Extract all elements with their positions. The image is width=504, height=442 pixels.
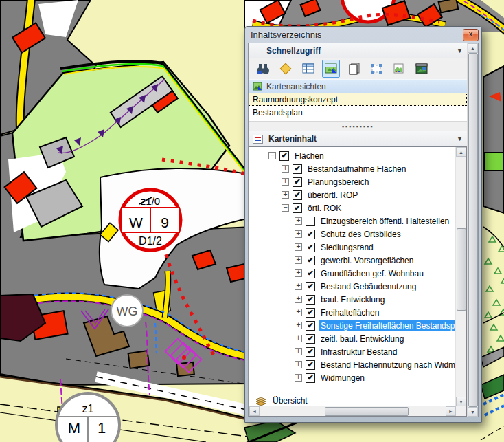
diamond-query-icon[interactable]	[277, 60, 295, 78]
splitter-handle[interactable]: ▪▪▪▪▪▪▪▪▪	[249, 122, 467, 131]
layer-checkbox[interactable]: ✔	[306, 282, 315, 291]
map-views-header[interactable]: Kartenansichten	[249, 79, 467, 93]
tree-item-label[interactable]: Widmungen	[319, 373, 367, 384]
layer-checkbox[interactable]	[306, 217, 315, 226]
tree-row[interactable]: +✔Bestand Flächennutzung nach Widmu	[249, 358, 456, 371]
layer-checkbox[interactable]: ✔	[306, 295, 315, 305]
tree-row[interactable]: +✔zeitl. baul. Entwicklung	[249, 332, 456, 345]
expand-plus-icon[interactable]: +	[295, 335, 302, 342]
legend-page-icon[interactable]	[345, 60, 363, 78]
expand-plus-icon[interactable]: +	[295, 296, 302, 303]
tree-item-label[interactable]: baul. Entwicklung	[319, 294, 387, 305]
expand-plus-icon[interactable]: +	[282, 178, 289, 186]
tree-item-label[interactable]: Einzugsbereich öffentl. Haltestellen	[319, 216, 451, 227]
tree-row[interactable]: +✔Bestand Gebäudenutzung	[249, 280, 456, 293]
scroll-up-arrow-icon[interactable]: ▲	[468, 43, 478, 53]
close-button[interactable]: x	[463, 29, 479, 41]
tree-item-label[interactable]: zeitl. baul. Entwicklung	[319, 333, 406, 344]
tree-row[interactable]: +Einzugsbereich öffentl. Haltestellen	[249, 214, 456, 228]
expand-plus-icon[interactable]: +	[295, 361, 302, 368]
tree-item-label[interactable]: Planungsbereich	[306, 177, 371, 188]
scroll-down-arrow-icon[interactable]: ▼	[456, 397, 466, 406]
layer-checkbox[interactable]: ✔	[306, 269, 315, 278]
layer-checkbox[interactable]: ✔	[293, 164, 302, 174]
fit-polygon-icon[interactable]	[367, 60, 385, 78]
layer-checkbox[interactable]: ✔	[293, 190, 302, 200]
layer-checkbox[interactable]: ✔	[306, 230, 315, 239]
vertical-scroll-thumb[interactable]	[457, 228, 466, 311]
map-views-icon[interactable]	[322, 60, 340, 78]
tree-row[interactable]: +✔Grundflächen gef. Wohnbau	[249, 267, 456, 280]
expand-plus-icon[interactable]: +	[295, 374, 302, 382]
expand-plus-icon[interactable]: +	[295, 256, 302, 264]
tree-item-label[interactable]: Flächen	[293, 151, 326, 162]
panel-titlebar[interactable]: Inhaltsverzeichnis x	[245, 27, 481, 43]
thumbnail-image-icon[interactable]	[390, 60, 408, 78]
map-window-icon[interactable]	[413, 60, 431, 78]
expand-plus-icon[interactable]: +	[282, 165, 289, 173]
expand-plus-icon[interactable]: +	[295, 322, 302, 329]
layer-checkbox[interactable]: ✔	[306, 334, 315, 344]
tree-item-label[interactable]: Bestand Flächennutzung nach Widmu	[319, 360, 456, 371]
tree-row[interactable]: +✔überörtl. ROP	[249, 188, 456, 201]
collapse-minus-icon[interactable]: −	[282, 204, 289, 212]
tree-row[interactable]: −✔Flächen	[249, 149, 456, 162]
tree-vertical-scrollbar[interactable]: ▲ ▼	[455, 147, 466, 406]
layer-checkbox[interactable]: ✔	[293, 177, 302, 187]
tree-item-label[interactable]: Bestand Gebäudenutzung	[319, 281, 418, 292]
tree-row[interactable]: +✔gewerbl. Vorsorgeflächen	[249, 254, 456, 267]
tree-row[interactable]: +✔Bestandaufnahme Flächen	[249, 162, 456, 175]
horizontal-scroll-thumb[interactable]	[325, 407, 409, 416]
layer-checkbox[interactable]: ✔	[306, 256, 315, 265]
layer-checkbox[interactable]: ✔	[306, 308, 315, 318]
tree-item-label[interactable]: Bestandaufnahme Flächen	[306, 164, 408, 175]
map-view-item[interactable]: Bestandsplan	[249, 106, 467, 119]
map-view-item[interactable]: Raumordnungskonzept	[249, 93, 467, 106]
tree-item-label[interactable]: Siedlungsrand	[319, 242, 376, 253]
map-content-header[interactable]: Karteninhalt ▼	[249, 131, 467, 146]
layer-checkbox[interactable]: ✔	[279, 151, 289, 161]
layer-checkbox[interactable]: ✔	[306, 347, 315, 357]
scroll-down-arrow-icon[interactable]: ▼	[468, 407, 478, 417]
expand-plus-icon[interactable]: +	[295, 283, 302, 290]
tree-row[interactable]: +✔Sonstige Freihalteflächen Bestandspla	[249, 319, 456, 332]
layer-checkbox[interactable]: ✔	[306, 243, 315, 252]
chevron-down-icon[interactable]: ▼	[457, 47, 463, 54]
tree-item-label[interactable]: Sonstige Freihalteflächen Bestandspla	[319, 320, 456, 331]
quick-access-header[interactable]: Schnellzugriff ▼	[249, 43, 467, 58]
overview-item[interactable]: Übersicht	[255, 394, 456, 406]
tree-item-label[interactable]: Freihalteflächen	[319, 307, 381, 318]
tree-item-label[interactable]: gewerbl. Vorsorgeflächen	[319, 255, 415, 266]
tree-row[interactable]: +✔Siedlungsrand	[249, 241, 456, 254]
tree-row[interactable]: −✔örtl. ROK	[249, 201, 456, 214]
tree-item-label[interactable]: überörtl. ROP	[306, 190, 360, 201]
expand-plus-icon[interactable]: +	[295, 269, 302, 277]
binoculars-search-icon[interactable]	[254, 60, 272, 78]
expand-plus-icon[interactable]: +	[295, 217, 302, 225]
scroll-up-arrow-icon[interactable]: ▲	[456, 147, 466, 157]
tree-row[interactable]: +✔Infrastruktur Bestand	[249, 345, 456, 358]
expand-plus-icon[interactable]: +	[295, 348, 302, 355]
expand-plus-icon[interactable]: +	[295, 309, 302, 316]
tree-item-label[interactable]: örtl. ROK	[306, 203, 343, 214]
tree-item-label[interactable]: Grundflächen gef. Wohnbau	[319, 268, 426, 279]
tree-item-label[interactable]: Schutz des Ortsbildes	[319, 229, 403, 240]
tree-row[interactable]: +✔Widmungen	[249, 371, 456, 384]
tree-row[interactable]: +✔baul. Entwicklung	[249, 293, 456, 306]
expand-plus-icon[interactable]: +	[282, 191, 289, 199]
layer-checkbox[interactable]: ✔	[306, 360, 315, 370]
data-table-icon[interactable]	[299, 60, 317, 78]
tree-row[interactable]: +✔Schutz des Ortsbildes	[249, 228, 456, 241]
layer-checkbox[interactable]: ✔	[293, 203, 302, 213]
tree-item-label[interactable]: Infrastruktur Bestand	[319, 346, 399, 357]
layer-checkbox[interactable]: ✔	[306, 321, 315, 331]
tree-horizontal-scrollbar[interactable]: ◄ ►	[249, 406, 456, 416]
scroll-left-arrow-icon[interactable]: ◄	[249, 406, 260, 416]
panel-scrollbar[interactable]: ▲ ▼	[467, 43, 478, 417]
expand-plus-icon[interactable]: +	[295, 243, 302, 251]
tree-row[interactable]: +✔Freihalteflächen	[249, 306, 456, 319]
collapse-minus-icon[interactable]: −	[268, 152, 276, 159]
panel-scroll-thumb[interactable]	[468, 53, 478, 407]
layer-checkbox[interactable]: ✔	[306, 373, 315, 383]
expand-plus-icon[interactable]: +	[295, 230, 302, 238]
